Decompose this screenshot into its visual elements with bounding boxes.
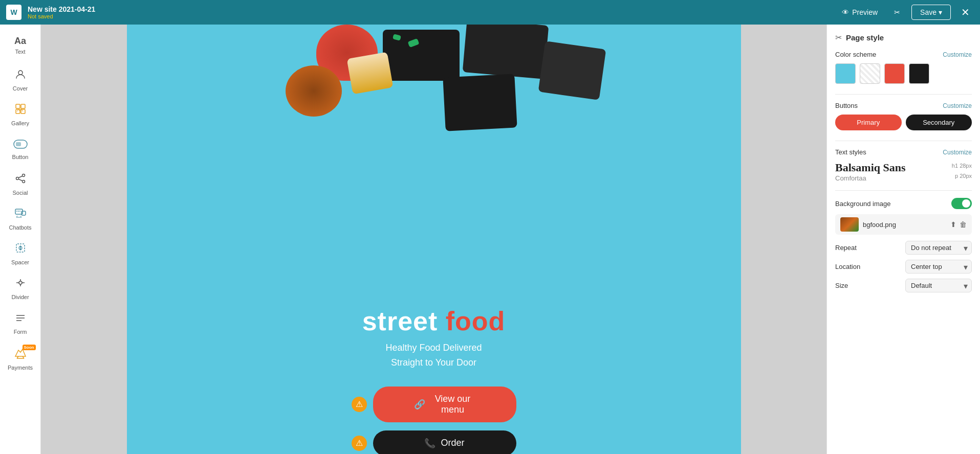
gallery-icon bbox=[14, 103, 27, 118]
sidebar-item-label: Payments bbox=[8, 365, 33, 371]
right-panel: ✂ Page style Color scheme Customize Butt… bbox=[826, 25, 980, 454]
primary-button-preview[interactable]: Primary bbox=[835, 115, 902, 130]
close-icon: ✕ bbox=[961, 7, 970, 18]
hero-section: street food Healthy Food Delivered Strai… bbox=[127, 25, 741, 454]
font-p-size: p 20px bbox=[952, 171, 972, 181]
buttons-label: Buttons bbox=[835, 102, 858, 109]
phone-icon: 📞 bbox=[424, 438, 435, 449]
color-swatch-black[interactable] bbox=[909, 63, 929, 84]
text-styles-section-label: Text styles Customize bbox=[835, 148, 972, 156]
repeat-select[interactable]: Do not repeat Repeat Repeat X Repeat Y bbox=[905, 241, 972, 255]
cover-icon bbox=[14, 68, 27, 83]
svg-point-17 bbox=[19, 281, 22, 284]
save-dropdown-icon: ▾ bbox=[939, 8, 942, 16]
eye-icon: 👁 bbox=[842, 8, 849, 16]
preview-button[interactable]: 👁 Preview bbox=[837, 5, 883, 19]
save-button[interactable]: Save ▾ bbox=[911, 5, 951, 20]
view-menu-button[interactable]: 🔗 View our menu bbox=[373, 387, 516, 422]
location-select-wrapper: Center top Center center Center bottom L… bbox=[905, 260, 972, 274]
sidebar-item-gallery[interactable]: Gallery bbox=[2, 98, 39, 131]
order-button[interactable]: 📞 Order bbox=[373, 430, 516, 454]
hero-title-plain: street bbox=[362, 306, 446, 336]
scissors-button[interactable]: ✂ bbox=[889, 5, 905, 19]
sidebar-item-label: Text bbox=[15, 49, 25, 55]
color-scheme-label: Color scheme bbox=[835, 51, 876, 58]
font-info: Balsamiq Sans Comfortaa bbox=[835, 161, 906, 182]
hero-title-red: food bbox=[446, 306, 506, 336]
svg-rect-6 bbox=[16, 142, 21, 146]
bg-delete-button[interactable]: 🗑 bbox=[960, 220, 967, 229]
bg-upload-button[interactable]: ⬆ bbox=[950, 220, 956, 229]
buttons-customize-link[interactable]: Customize bbox=[943, 102, 972, 109]
sidebar-item-payments[interactable]: Soon Payments bbox=[2, 342, 39, 374]
sidebar-item-chatbots[interactable]: Chatbots bbox=[2, 202, 39, 235]
order-btn-row: ⚠ 📞 Order bbox=[352, 430, 516, 454]
font-display: Balsamiq Sans Comfortaa h1 28px p 20px bbox=[835, 161, 972, 182]
sidebar-item-label: Spacer bbox=[11, 259, 29, 265]
hero-food-image bbox=[127, 25, 741, 168]
color-swatch-red[interactable] bbox=[884, 63, 905, 84]
secondary-button-preview[interactable]: Secondary bbox=[906, 115, 972, 130]
location-select[interactable]: Center top Center center Center bottom L… bbox=[905, 260, 972, 274]
app-logo: W bbox=[6, 5, 21, 20]
location-label: Location bbox=[835, 263, 860, 270]
sidebar-item-label: Gallery bbox=[11, 120, 29, 126]
bg-image-label: Background image bbox=[835, 200, 890, 208]
warning-icon-order: ⚠ bbox=[352, 436, 367, 451]
sidebar-item-form[interactable]: Form bbox=[2, 307, 39, 339]
hero-title: street food bbox=[362, 306, 506, 336]
scissors-icon: ✂ bbox=[894, 8, 900, 16]
color-scheme-customize-link[interactable]: Customize bbox=[943, 51, 972, 58]
font-h1-size: h1 28px bbox=[952, 161, 972, 171]
link-icon: 🔗 bbox=[414, 399, 425, 410]
canvas-area: street food Healthy Food Delivered Strai… bbox=[41, 25, 826, 454]
sidebar-item-social[interactable]: Social bbox=[2, 168, 39, 200]
main-area: Aa Text Cover Gallery bbox=[0, 25, 980, 454]
sidebar-item-label: Button bbox=[12, 154, 29, 160]
divider-2 bbox=[835, 141, 972, 141]
bg-actions: ⬆ 🗑 bbox=[950, 220, 967, 229]
color-swatch-blue[interactable] bbox=[835, 63, 856, 84]
bg-image-toggle[interactable] bbox=[951, 198, 972, 209]
sidebar-item-text[interactable]: Aa Text bbox=[2, 29, 39, 61]
divider-icon bbox=[14, 277, 27, 292]
panel-header: ✂ Page style bbox=[835, 33, 972, 42]
repeat-label: Repeat bbox=[835, 244, 857, 252]
sidebar-item-spacer[interactable]: Spacer bbox=[2, 237, 39, 270]
svg-rect-11 bbox=[21, 211, 26, 215]
text-icon: Aa bbox=[14, 36, 26, 47]
text-styles-label: Text styles bbox=[835, 148, 866, 156]
size-field-row: Size Default Cover Contain Auto bbox=[835, 279, 972, 292]
svg-point-8 bbox=[22, 174, 25, 177]
sidebar-item-cover[interactable]: Cover bbox=[2, 63, 39, 96]
font-sub: Comfortaa bbox=[835, 174, 906, 182]
svg-point-0 bbox=[18, 71, 23, 75]
sidebar-item-label: Form bbox=[14, 329, 27, 335]
font-sizes: h1 28px p 20px bbox=[952, 161, 972, 181]
color-swatch-striped[interactable] bbox=[860, 63, 880, 84]
chatbots-icon bbox=[14, 207, 27, 222]
bg-filename: bgfood.png bbox=[863, 221, 946, 229]
bg-file-row: bgfood.png ⬆ 🗑 bbox=[835, 214, 972, 235]
buttons-section-label: Buttons Customize bbox=[835, 102, 972, 109]
divider-3 bbox=[835, 190, 972, 191]
sidebar-item-button[interactable]: Button bbox=[2, 133, 39, 166]
close-button[interactable]: ✕ bbox=[957, 4, 974, 20]
sidebar-item-divider[interactable]: Divider bbox=[2, 272, 39, 305]
repeat-select-wrapper: Do not repeat Repeat Repeat X Repeat Y bbox=[905, 241, 972, 255]
spacer-icon bbox=[14, 242, 27, 257]
size-label: Size bbox=[835, 282, 848, 289]
sidebar-item-label: Cover bbox=[13, 85, 28, 92]
page-style-icon: ✂ bbox=[835, 33, 842, 42]
svg-rect-1 bbox=[16, 104, 20, 108]
button-icon bbox=[13, 139, 28, 152]
hero-subtitle: Healthy Food Delivered Straight to Your … bbox=[385, 340, 482, 370]
hero-subtitle-line2: Straight to Your Door bbox=[385, 355, 482, 370]
size-select[interactable]: Default Cover Contain Auto bbox=[905, 279, 972, 292]
text-styles-section: Text styles Customize Balsamiq Sans Comf… bbox=[835, 148, 972, 182]
text-styles-customize-link[interactable]: Customize bbox=[943, 149, 972, 156]
left-sidebar: Aa Text Cover Gallery bbox=[0, 25, 41, 454]
color-scheme-section-label: Color scheme Customize bbox=[835, 51, 972, 58]
site-info: New site 2021-04-21 Not saved bbox=[28, 5, 95, 19]
repeat-field-row: Repeat Do not repeat Repeat Repeat X Rep… bbox=[835, 241, 972, 255]
